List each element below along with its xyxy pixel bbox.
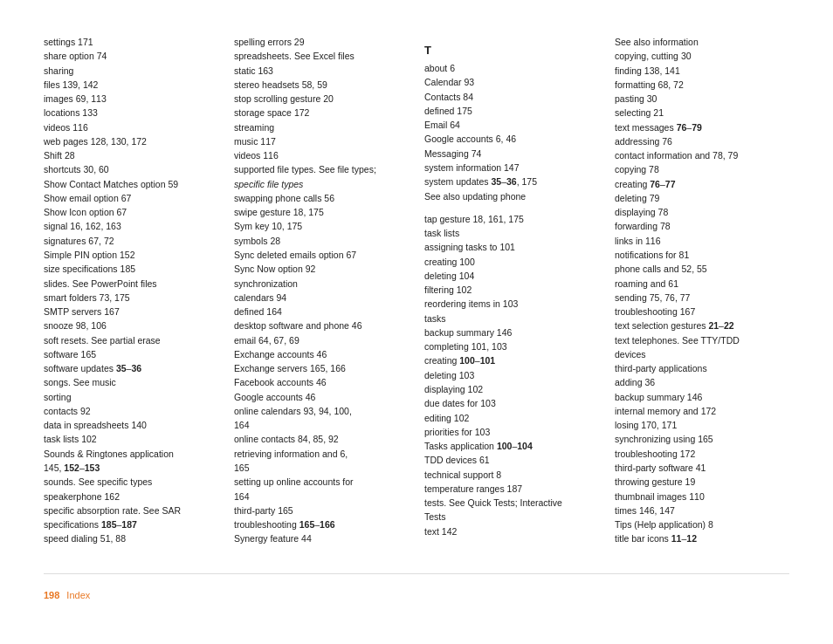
index-entry: troubleshooting 167	[615, 305, 789, 319]
index-entry: Messaging 74	[424, 147, 599, 161]
index-entry: text telephones. See TTY/TDD	[615, 333, 789, 347]
index-entry: settings 171	[44, 35, 218, 49]
index-entry: deleting 79	[615, 191, 789, 205]
index-entry: size specifications 185	[44, 262, 218, 276]
index-entry: supported file types. See file types;	[234, 162, 409, 176]
index-entry: Sync deleted emails option 67	[234, 248, 409, 262]
index-entry: forwarding 78	[615, 219, 789, 233]
index-entry: Exchange accounts 46	[234, 347, 409, 361]
index-entry: assigning tasks to 101	[424, 240, 599, 254]
index-entry: Calendar 93	[424, 75, 599, 89]
index-entry: addressing 76	[615, 134, 789, 148]
index-entry: 164	[234, 418, 409, 432]
index-entry: spelling errors 29	[234, 35, 409, 49]
index-entry: troubleshooting 172	[615, 447, 789, 461]
index-entry: email 64, 67, 69	[234, 333, 409, 347]
index-entry: calendars 94	[234, 291, 409, 305]
footer-page-number: 198	[44, 590, 59, 600]
index-entry: task lists 102	[44, 432, 218, 446]
index-entry: storage space 172	[234, 106, 409, 120]
index-entry: tap gesture 18, 161, 175	[424, 212, 599, 226]
index-entry: Google accounts 6, 46	[424, 132, 599, 146]
index-entry: creating 100–101	[424, 353, 599, 367]
index-entry: system information 147	[424, 161, 599, 175]
index-entry: signatures 67, 72	[44, 234, 218, 248]
index-entry: Exchange servers 165, 166	[234, 361, 409, 375]
index-entry: 164	[234, 490, 409, 504]
index-entry: about 6	[424, 61, 599, 75]
index-entry: files 139, 142	[44, 78, 218, 92]
index-entry: sounds. See specific types	[44, 475, 218, 489]
index-entry: losing 170, 171	[615, 418, 789, 432]
index-entry: creating 76–77	[615, 177, 789, 191]
index-entry: Show email option 67	[44, 191, 218, 205]
index-entry: temperature ranges 187	[424, 482, 599, 496]
index-entry: devices	[615, 347, 789, 361]
footer: 198 Index	[44, 573, 789, 600]
index-entry: See also information	[615, 35, 789, 49]
index-entry: editing 102	[424, 411, 599, 425]
index-entry: spreadsheets. See Excel files	[234, 49, 409, 63]
index-entry: contacts 92	[44, 404, 218, 418]
index-entry: Sync Now option 92	[234, 262, 409, 276]
index-entry: sorting	[44, 390, 218, 404]
index-entry: backup summary 146	[424, 325, 599, 339]
index-entry: Show Icon option 67	[44, 205, 218, 219]
index-entry: copying 78	[615, 162, 789, 176]
index-entry: text messages 76–79	[615, 120, 789, 134]
index-entry: reordering items in 103	[424, 297, 599, 311]
index-entry: web pages 128, 130, 172	[44, 134, 218, 148]
index-entry: locations 133	[44, 106, 218, 120]
index-entry: slides. See PowerPoint files	[44, 277, 218, 291]
index-entry: third-party applications	[615, 361, 789, 375]
index-entry: synchronization	[234, 277, 409, 291]
index-entry: pasting 30	[615, 92, 789, 106]
index-entry: signal 16, 162, 163	[44, 219, 218, 233]
index-entry: setting up online accounts for	[234, 475, 409, 489]
section-letter-T: T	[424, 42, 599, 59]
index-entry: defined 175	[424, 104, 599, 118]
index-entry: 145, 152–153	[44, 461, 218, 475]
index-entry: TDD devices 61	[424, 453, 599, 467]
index-entry: videos 116	[44, 120, 218, 134]
index-entry: thumbnail images 110	[615, 490, 789, 504]
index-entry: Sounds & Ringtones application	[44, 447, 218, 461]
index-entry: phone calls and 52, 55	[615, 262, 789, 276]
index-entry: Sym key 10, 175	[234, 219, 409, 233]
index-entry: synchronizing using 165	[615, 432, 789, 446]
index-entry: system updates 35–36, 175	[424, 175, 599, 188]
index-col-2: spelling errors 29spreadsheets. See Exce…	[234, 35, 424, 565]
index-entry: snooze 98, 106	[44, 319, 218, 332]
index-entry: formatting 68, 72	[615, 78, 789, 92]
index-entry: adding 36	[615, 375, 789, 389]
index-entry: defined 164	[234, 305, 409, 319]
index-entry: internal memory and 172	[615, 404, 789, 418]
index-entry: symbols 28	[234, 234, 409, 248]
index-columns: settings 171share option 74sharingfiles …	[44, 35, 789, 565]
index-entry: stereo headsets 58, 59	[234, 78, 409, 92]
index-entry: third-party 165	[234, 504, 409, 517]
index-entry: Synergy feature 44	[234, 531, 409, 545]
index-entry: deleting 104	[424, 269, 599, 283]
index-entry: third-party software 41	[615, 461, 789, 475]
index-entry: specific file types	[234, 177, 409, 191]
index-entry: roaming and 61	[615, 277, 789, 291]
index-entry: deleting 103	[424, 368, 599, 382]
index-entry: software 165	[44, 347, 218, 361]
index-entry: soft resets. See partial erase	[44, 333, 218, 347]
index-entry: retrieving information and 6,	[234, 447, 409, 461]
index-entry: shortcuts 30, 60	[44, 162, 218, 176]
index-entry: text selection gestures 21–22	[615, 319, 789, 332]
index-entry: contact information and 78, 79	[615, 148, 789, 162]
index-entry: backup summary 146	[615, 390, 789, 404]
index-entry: due dates for 103	[424, 396, 599, 410]
index-entry: tests. See Quick Tests; Interactive	[424, 496, 599, 510]
index-col-1: settings 171share option 74sharingfiles …	[44, 35, 234, 565]
index-entry: Tips (Help application) 8	[615, 517, 789, 531]
index-entry: share option 74	[44, 49, 218, 63]
index-entry: speed dialing 51, 88	[44, 531, 218, 545]
index-entry: troubleshooting 165–166	[234, 517, 409, 531]
index-entry: completing 101, 103	[424, 339, 599, 353]
index-entry: Tests	[424, 510, 599, 524]
page: settings 171share option 74sharingfiles …	[0, 0, 833, 644]
